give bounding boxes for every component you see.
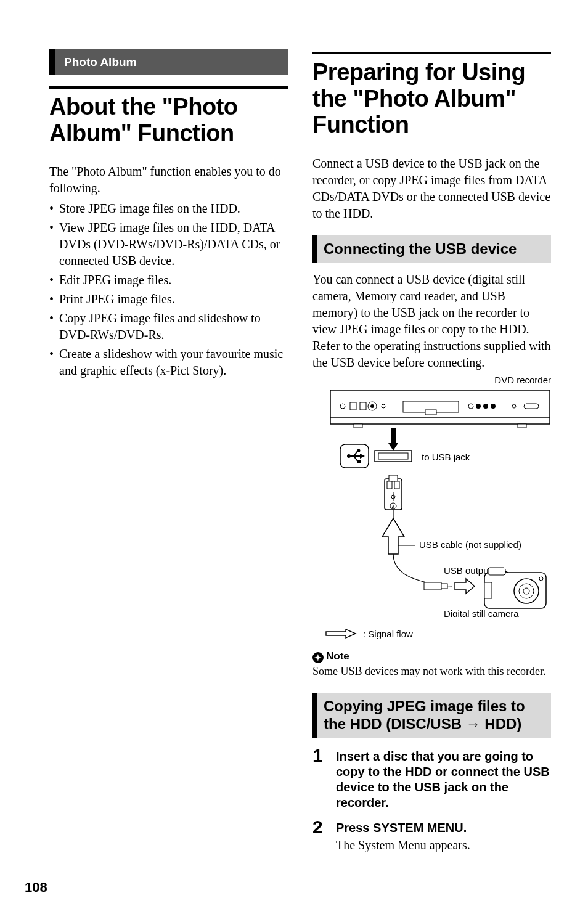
- list-item: Print JPEG image files.: [49, 291, 288, 308]
- step-desc: The System Menu appears.: [336, 837, 551, 853]
- step: 2 Press SYSTEM MENU. The System Menu app…: [312, 818, 551, 853]
- usb-output-label: USB output: [444, 565, 492, 576]
- left-intro: The "Photo Album" function enables you t…: [49, 163, 288, 197]
- step-number: 2: [312, 818, 327, 853]
- list-item: Copy JPEG image files and slideshow to D…: [49, 310, 288, 343]
- note-heading-text: Note: [326, 650, 349, 662]
- list-item: Edit JPEG image files.: [49, 272, 288, 288]
- connection-diagram: DVD recorder: [312, 375, 551, 639]
- right-heading: Preparing for Using the "Photo Album" Fu…: [312, 52, 551, 138]
- svg-rect-39: [424, 582, 441, 590]
- svg-point-14: [483, 404, 488, 409]
- subheading-connecting-usb: Connecting the USB device: [312, 235, 551, 263]
- svg-rect-2: [354, 424, 362, 428]
- svg-point-13: [476, 404, 481, 409]
- signal-flow-legend: : Signal flow: [325, 628, 551, 639]
- section-tag: Photo Album: [49, 49, 288, 75]
- usb-cable-label: USB cable (not supplied): [419, 539, 521, 550]
- svg-marker-28: [388, 428, 398, 451]
- page: Photo Album About the "Photo Album" Func…: [0, 0, 588, 914]
- svg-rect-27: [378, 453, 408, 459]
- sub1-body: You can connect a USB device (digital st…: [312, 271, 551, 371]
- svg-point-15: [491, 404, 496, 409]
- svg-rect-17: [524, 404, 539, 409]
- step-title: Insert a disc that you are going to copy…: [336, 749, 551, 810]
- svg-rect-24: [357, 460, 361, 463]
- svg-rect-30: [389, 475, 398, 481]
- right-column: Preparing for Using the "Photo Album" Fu…: [312, 49, 551, 859]
- list-item: Create a slideshow with your favourite m…: [49, 346, 288, 379]
- two-columns: Photo Album About the "Photo Album" Func…: [49, 49, 551, 859]
- to-usb-jack-label: to USB jack: [422, 452, 470, 462]
- svg-marker-37: [382, 518, 404, 554]
- svg-rect-49: [484, 582, 492, 598]
- left-bullet-list: Store JPEG image files on the HDD. View …: [49, 200, 288, 379]
- svg-rect-40: [441, 584, 447, 589]
- diagram-svg: to USB jack A: [329, 389, 551, 617]
- signal-flow-label: : Signal flow: [363, 629, 413, 639]
- right-intro: Connect a USB device to the USB jack on …: [312, 155, 551, 222]
- step-title: Press SYSTEM MENU.: [336, 820, 551, 836]
- svg-rect-44: [488, 568, 505, 575]
- note-heading: ✦Note: [312, 650, 551, 663]
- camera-icon: [484, 568, 546, 608]
- left-column: Photo Album About the "Photo Album" Func…: [49, 49, 288, 859]
- list-item: Store JPEG image files on the HDD.: [49, 200, 288, 217]
- svg-rect-5: [425, 410, 436, 415]
- svg-point-23: [357, 449, 361, 452]
- step-number: 1: [312, 746, 327, 812]
- left-heading: About the "Photo Album" Function: [49, 86, 288, 146]
- svg-rect-32: [394, 481, 399, 489]
- svg-marker-41: [455, 579, 475, 594]
- list-item: View JPEG image files on the HDD, DATA D…: [49, 219, 288, 269]
- svg-point-10: [370, 404, 374, 408]
- svg-marker-50: [326, 629, 356, 638]
- svg-point-47: [523, 588, 529, 594]
- svg-rect-1: [330, 418, 550, 424]
- steps-list: 1 Insert a disc that you are going to co…: [312, 746, 551, 853]
- svg-rect-3: [518, 424, 526, 428]
- signal-flow-arrow-icon: [325, 628, 357, 639]
- step: 1 Insert a disc that you are going to co…: [312, 746, 551, 812]
- camera-label: Digital still camera: [444, 608, 519, 617]
- note-body: Some USB devices may not work with this …: [312, 664, 551, 679]
- subheading-copying-jpeg: Copying JPEG image files to the HDD (DIS…: [312, 693, 551, 738]
- recorder-label: DVD recorder: [312, 375, 551, 385]
- page-number: 108: [25, 879, 47, 896]
- svg-rect-31: [387, 481, 392, 489]
- note-icon: ✦: [312, 652, 324, 663]
- svg-text:A: A: [391, 504, 395, 510]
